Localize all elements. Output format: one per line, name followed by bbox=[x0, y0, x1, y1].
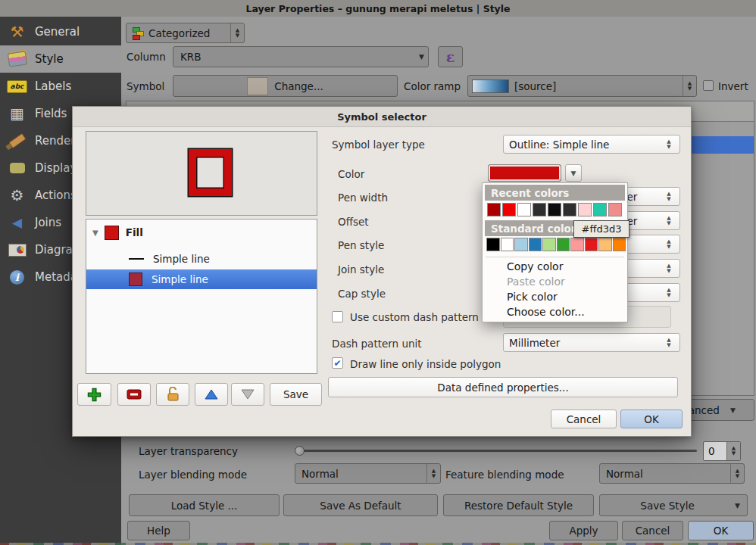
spinner-arrows-icon bbox=[664, 263, 674, 274]
help-label: Help bbox=[147, 525, 170, 537]
standard-colors-row bbox=[486, 238, 626, 251]
feature-blend-select[interactable]: Normal bbox=[599, 463, 745, 484]
color-swatch[interactable] bbox=[598, 238, 612, 251]
plus-icon bbox=[87, 388, 102, 402]
pick-color-item[interactable]: Pick color bbox=[483, 289, 627, 304]
renderer-type-value: Categorized bbox=[148, 27, 210, 39]
color-swatch[interactable] bbox=[563, 203, 576, 216]
apply-button[interactable]: Apply bbox=[549, 521, 618, 540]
dialog-titlebar[interactable]: Symbol selector bbox=[73, 107, 691, 127]
use-custom-dash-checkbox[interactable] bbox=[332, 311, 343, 322]
expander-icon[interactable]: ▼ bbox=[92, 229, 98, 237]
color-swatch[interactable] bbox=[487, 203, 501, 216]
move-up-button[interactable] bbox=[195, 383, 228, 406]
color-swatch[interactable] bbox=[570, 238, 584, 251]
dropdown-arrow-icon: ▼ bbox=[415, 47, 428, 67]
transparency-spinbox[interactable]: 0 bbox=[703, 441, 741, 461]
transparency-slider-handle[interactable] bbox=[295, 446, 305, 456]
color-swatch[interactable] bbox=[578, 203, 592, 216]
sidebar-item-style[interactable]: Style bbox=[0, 45, 121, 73]
spinner-arrows-icon bbox=[664, 338, 674, 348]
symbol-label: Symbol bbox=[127, 80, 164, 92]
symbol-preview-area bbox=[86, 131, 317, 216]
data-defined-properties-button[interactable]: Data defined properties... bbox=[328, 377, 678, 397]
info-icon: i bbox=[7, 267, 27, 288]
color-swatch[interactable] bbox=[557, 238, 570, 251]
column-value: KRB bbox=[180, 51, 201, 63]
transparency-slider-track[interactable] bbox=[300, 450, 697, 452]
dash-unit-value: Millimeter bbox=[509, 337, 560, 349]
invert-label: Invert bbox=[718, 80, 748, 92]
symbol-change-button[interactable]: Change... bbox=[173, 75, 398, 97]
color-swatch[interactable] bbox=[542, 238, 556, 251]
copy-color-item[interactable]: Copy color bbox=[483, 259, 627, 274]
spinner-arrows-icon bbox=[664, 216, 674, 226]
cancel-button[interactable]: Cancel bbox=[622, 521, 683, 540]
layer-blend-select[interactable]: Normal bbox=[295, 463, 441, 484]
save-as-default-button[interactable]: Save As Default bbox=[283, 494, 438, 516]
lock-color-button[interactable] bbox=[156, 383, 189, 406]
expression-button[interactable]: ε bbox=[438, 46, 463, 67]
color-swatch[interactable] bbox=[608, 203, 622, 216]
color-button[interactable] bbox=[488, 164, 561, 182]
feature-blend-value: Normal bbox=[606, 468, 643, 480]
ok-button[interactable]: OK bbox=[688, 521, 754, 540]
color-swatch[interactable] bbox=[517, 203, 531, 216]
save-style-button[interactable]: Save Style ▼ bbox=[599, 494, 748, 516]
color-swatch[interactable] bbox=[548, 203, 561, 216]
column-select[interactable]: KRB ▼ bbox=[173, 46, 429, 67]
tree-item-simple-line-1[interactable]: Simple line bbox=[86, 250, 317, 268]
invert-checkbox[interactable] bbox=[703, 80, 714, 91]
remove-layer-button[interactable] bbox=[117, 383, 151, 406]
sidebar-item-label: Joins bbox=[35, 216, 61, 229]
color-swatch[interactable] bbox=[613, 238, 626, 251]
color-ramp-value: [source] bbox=[514, 80, 556, 92]
renderer-type-select[interactable]: Categorized bbox=[126, 23, 245, 43]
load-style-button[interactable]: Load Style ... bbox=[129, 494, 280, 516]
apply-label: Apply bbox=[569, 525, 598, 537]
choose-color-item[interactable]: Choose color... bbox=[483, 304, 627, 319]
simple-line-label: Simple line bbox=[152, 273, 208, 285]
restore-default-style-button[interactable]: Restore Default Style bbox=[443, 494, 594, 516]
fill-label: Fill bbox=[126, 226, 143, 238]
tree-item-fill[interactable]: ▼ Fill bbox=[86, 223, 317, 242]
color-swatch[interactable] bbox=[501, 238, 514, 251]
save-default-label: Save As Default bbox=[320, 500, 401, 512]
color-ramp-select[interactable]: [source] bbox=[467, 75, 697, 97]
symbol-layer-type-select[interactable]: Outline: Simple line bbox=[503, 135, 680, 154]
move-down-button[interactable] bbox=[231, 383, 264, 406]
help-button[interactable]: Help bbox=[127, 521, 190, 540]
dialog-ok-label: OK bbox=[644, 413, 658, 425]
color-dropdown-button[interactable]: ▼ bbox=[565, 164, 582, 182]
symbol-layer-tree[interactable]: ▼ Fill Simple line Simple line bbox=[86, 219, 317, 374]
color-swatch[interactable] bbox=[533, 203, 546, 216]
window-titlebar[interactable]: Layer Properties – gunung merapi meletus… bbox=[0, 0, 756, 17]
color-swatch[interactable] bbox=[502, 203, 516, 216]
dash-unit-select[interactable]: Millimeter bbox=[503, 333, 680, 352]
offset-label: Offset bbox=[338, 216, 369, 228]
color-swatch[interactable] bbox=[486, 238, 500, 251]
sidebar-item-labels[interactable]: abcLabels bbox=[0, 73, 121, 100]
draw-inside-checkbox[interactable]: ✔ bbox=[332, 357, 343, 369]
color-swatch[interactable] bbox=[585, 238, 598, 251]
feature-blend-label: Feature blending mode bbox=[445, 469, 564, 481]
color-ramp-label: Color ramp bbox=[404, 80, 461, 92]
pen-style-label: Pen style bbox=[338, 239, 384, 251]
simple-line-label: Simple line bbox=[153, 253, 210, 265]
color-swatch[interactable] bbox=[529, 238, 542, 251]
spinner-arrows-icon bbox=[683, 76, 696, 96]
epsilon-icon: ε bbox=[446, 48, 455, 65]
dialog-ok-button[interactable]: OK bbox=[620, 410, 683, 428]
color-tooltip: #ffd3d3 bbox=[573, 220, 629, 238]
draw-inside-label: Draw line only inside polygon bbox=[350, 358, 501, 370]
color-swatch[interactable] bbox=[593, 203, 607, 216]
use-custom-dash-label: Use custom dash pattern bbox=[350, 311, 479, 323]
tree-item-simple-line-2[interactable]: Simple line bbox=[86, 269, 317, 289]
dialog-cancel-button[interactable]: Cancel bbox=[551, 410, 617, 428]
transparency-value: 0 bbox=[708, 445, 715, 457]
color-swatch[interactable] bbox=[514, 238, 528, 251]
line-color-swatch-icon bbox=[129, 272, 142, 286]
add-layer-button[interactable] bbox=[77, 383, 111, 406]
save-symbol-button[interactable]: Save bbox=[270, 383, 322, 406]
sidebar-item-general[interactable]: ⚒General bbox=[0, 18, 121, 45]
